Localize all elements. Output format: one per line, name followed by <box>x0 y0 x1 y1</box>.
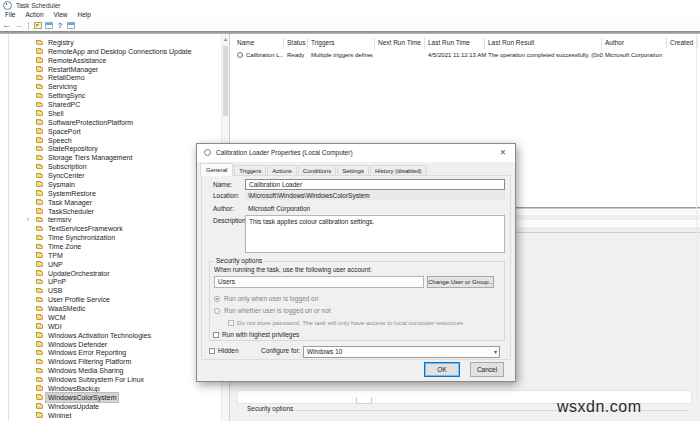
forward-icon[interactable]: → <box>14 21 23 30</box>
tree-item[interactable]: Windows Activation Technologies <box>0 331 218 340</box>
tree-item[interactable]: WindowsBackup <box>0 384 218 393</box>
tree-item-label: Windows Error Reporting <box>46 348 128 357</box>
column-header-created[interactable]: Created <box>670 39 693 46</box>
tree-item-label: User Profile Service <box>46 295 112 304</box>
tree-item-label: RetailDemo <box>46 73 87 82</box>
ok-button[interactable]: OK <box>424 362 460 377</box>
tree-item[interactable]: Task Manager <box>0 198 218 207</box>
description-input[interactable]: This task applies colour calibration set… <box>245 215 505 253</box>
cancel-button[interactable]: Cancel <box>470 362 504 377</box>
tree-item[interactable]: RemoteApp and Desktop Connections Update <box>0 47 218 56</box>
column-header-author[interactable]: Author <box>605 39 624 46</box>
checkbox-hidden[interactable] <box>209 348 215 354</box>
name-input[interactable]: Calibration Loader <box>245 179 505 190</box>
folder-icon <box>36 369 43 374</box>
tree-item[interactable]: Subscription <box>0 162 218 171</box>
tree-item[interactable]: TextServicesFramework <box>0 224 218 233</box>
tree-item[interactable]: RestartManager <box>0 65 218 74</box>
tree-item[interactable]: RemoteAssistance <box>0 56 218 65</box>
folder-icon <box>36 360 43 365</box>
watermark: wsxdn.com <box>557 398 642 416</box>
tree-item[interactable]: UNP <box>0 260 218 269</box>
folder-icon <box>36 413 43 418</box>
tree-item[interactable]: SharedPC <box>0 100 218 109</box>
menu-item-action[interactable]: Action <box>20 10 48 20</box>
tree-item[interactable]: ›termsrv <box>0 215 218 224</box>
show-action-pane-icon[interactable] <box>67 22 75 29</box>
tree-item[interactable]: Windows Error Reporting <box>0 348 218 357</box>
tree-item[interactable]: SettingSync <box>0 91 218 100</box>
folder-icon <box>36 245 43 250</box>
tree-item-label: Time Synchronization <box>46 233 117 242</box>
tree-item[interactable]: UpdateOrchestrator <box>0 269 218 278</box>
user-account-field[interactable]: Users <box>214 276 424 288</box>
column-header-status[interactable]: Status <box>287 39 305 46</box>
folder-icon <box>36 129 43 134</box>
tree-item[interactable]: WaaSMedic <box>0 304 218 313</box>
tree-item[interactable]: User Profile Service <box>0 295 218 304</box>
tree-item[interactable]: Time Zone <box>0 242 218 251</box>
tree-item[interactable]: Servicing <box>0 82 218 91</box>
tree-item[interactable]: Windows Media Sharing <box>0 366 218 375</box>
tree-item[interactable]: SyncCenter <box>0 171 218 180</box>
tree-item-label: UPnP <box>46 277 68 286</box>
folder-icon <box>36 289 43 294</box>
show-console-tree-icon[interactable] <box>34 22 42 29</box>
tab-general[interactable]: General <box>200 163 233 176</box>
tree-item[interactable]: WDI <box>0 322 218 331</box>
tree-item[interactable]: Windows Filtering Platform <box>0 357 218 366</box>
tree-item-label: Windows Activation Technologies <box>46 331 153 340</box>
column-header-last-run-time[interactable]: Last Run Time <box>428 39 470 46</box>
folder-icon <box>36 209 43 214</box>
tree-item[interactable]: WindowsColorSystem <box>0 393 218 402</box>
tree-item[interactable]: Registry <box>0 38 218 47</box>
tree-scrollbar-thumb[interactable] <box>223 46 228 116</box>
tree-item[interactable]: Time Synchronization <box>0 233 218 242</box>
tree-item-label: Storage Tiers Management <box>46 153 134 162</box>
tree-item[interactable]: StateRepository <box>0 144 218 153</box>
scroll-up-icon[interactable]: ▲ <box>222 36 229 43</box>
details-tab-stub <box>356 397 372 404</box>
tree-item[interactable]: Sysmain <box>0 180 218 189</box>
menu-item-view[interactable]: View <box>49 10 73 20</box>
tree-item[interactable]: WindowsUpdate <box>0 402 218 411</box>
folder-icon <box>36 58 43 63</box>
tree-item[interactable]: Windows Subsystem For Linux <box>0 375 218 384</box>
tree-item[interactable]: Windows Defender <box>0 340 218 349</box>
menu-item-file[interactable]: File <box>0 10 20 20</box>
tree-item[interactable]: Wininet <box>0 411 218 420</box>
configure-for-select[interactable]: Windows 10 ▾ <box>303 346 500 358</box>
tree-item[interactable]: Speech <box>0 136 218 145</box>
tree-item[interactable]: SoftwareProtectionPlatform <box>0 118 218 127</box>
tree-item[interactable]: TaskScheduler <box>0 207 218 216</box>
checkbox-run-highest-privileges[interactable] <box>213 332 219 338</box>
tree-item[interactable]: SystemRestore <box>0 189 218 198</box>
tree-item[interactable]: RetailDemo <box>0 73 218 82</box>
cell-name: Calibration L... <box>246 51 283 60</box>
column-header-last-run-result[interactable]: Last Run Result <box>488 39 534 46</box>
tree-item[interactable]: Shell <box>0 109 218 118</box>
tree-item[interactable]: USB <box>0 286 218 295</box>
column-header-next-run-time[interactable]: Next Run Time <box>378 39 421 46</box>
radio-run-whether-logged-on[interactable] <box>214 308 220 314</box>
dialog-title: Calibration Loader Properties (Local Com… <box>216 149 353 156</box>
task-row[interactable]: Calibration L...ReadyMultiple triggers d… <box>230 50 700 61</box>
tree-item-label: Windows Media Sharing <box>46 366 125 375</box>
tree-item[interactable]: WCM <box>0 313 218 322</box>
menu-item-help[interactable]: Help <box>73 10 96 20</box>
dialog-titlebar[interactable]: Calibration Loader Properties (Local Com… <box>197 144 515 162</box>
new-window-icon[interactable] <box>45 22 53 29</box>
column-header-name[interactable]: Name <box>237 39 254 46</box>
details-security-options-label: Security options <box>247 405 293 412</box>
help-icon[interactable]: ? <box>56 22 64 30</box>
tree-item[interactable]: SpacePort <box>0 127 218 136</box>
tree-item[interactable]: TPM <box>0 251 218 260</box>
tree-item[interactable]: UPnP <box>0 277 218 286</box>
column-header-triggers[interactable]: Triggers <box>311 39 335 46</box>
close-icon[interactable]: ✕ <box>493 145 513 160</box>
back-icon[interactable]: ← <box>2 21 11 30</box>
folder-icon <box>36 227 43 232</box>
tree-item[interactable]: Storage Tiers Management <box>0 153 218 162</box>
chevron-right-icon[interactable]: › <box>27 215 29 224</box>
change-user-or-group-button[interactable]: Change User or Group... <box>427 276 494 288</box>
